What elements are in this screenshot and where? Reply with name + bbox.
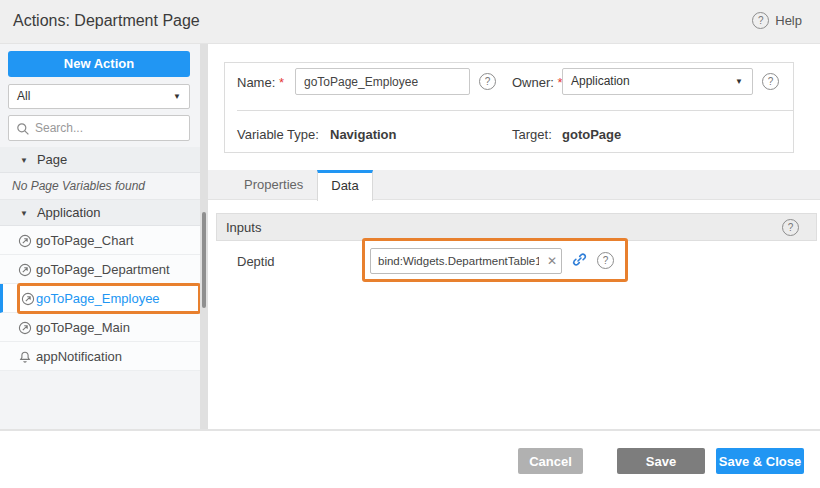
search-input[interactable]: [35, 116, 185, 140]
search-icon: [16, 122, 30, 136]
save-close-button[interactable]: Save & Close: [716, 448, 804, 474]
target-value: gotoPage: [562, 127, 621, 142]
footer: Cancel Save Save & Close: [0, 431, 820, 488]
section-label: Application: [37, 205, 101, 220]
deptid-label: Deptid: [237, 254, 275, 269]
navigation-icon: [18, 234, 32, 248]
variables-sidebar: New Action All ▼ ▼Page No Page Variables…: [0, 44, 200, 430]
deptid-help-icon[interactable]: ?: [597, 252, 614, 269]
item-label: goToPage_Employee: [36, 284, 160, 313]
navigation-icon: [18, 321, 32, 335]
help-label: Help: [775, 13, 802, 28]
name-input[interactable]: [295, 68, 470, 95]
tab-bar: Properties Data: [208, 170, 820, 200]
filter-dropdown[interactable]: All ▼: [8, 84, 190, 109]
chevron-down-icon: ▼: [173, 85, 181, 108]
bind-link-icon: [571, 251, 588, 268]
caret-down-icon: ▼: [20, 148, 28, 174]
deptid-bind-field: ✕: [370, 248, 562, 274]
owner-help-icon[interactable]: ?: [762, 73, 779, 90]
inputs-title: Inputs: [226, 220, 261, 235]
sidebar-item-gotopage-employee[interactable]: goToPage_Employee: [0, 284, 200, 313]
empty-message: No Page Variables found: [0, 173, 200, 200]
dialog-header: Actions: Department Page ? Help: [0, 0, 820, 44]
variable-type-value: Navigation: [330, 127, 396, 142]
variable-type-label: Variable Type:: [237, 127, 319, 142]
owner-value: Application: [571, 74, 630, 88]
owner-dropdown[interactable]: Application ▼: [562, 68, 753, 95]
actions-dialog: Actions: Department Page ? Help New Acti…: [0, 0, 820, 488]
sidebar-item-gotopage-chart[interactable]: goToPage_Chart: [0, 226, 200, 255]
page-title: Actions: Department Page: [13, 12, 200, 30]
sidebar-item-gotopage-main[interactable]: goToPage_Main: [0, 313, 200, 342]
required-asterisk: *: [279, 75, 284, 90]
new-action-button[interactable]: New Action: [8, 51, 190, 77]
caret-down-icon: ▼: [20, 201, 28, 227]
item-label: goToPage_Main: [36, 313, 130, 342]
help-button[interactable]: ? Help: [752, 12, 802, 29]
item-label: goToPage_Department: [36, 255, 170, 284]
bind-link-button[interactable]: [571, 251, 588, 272]
navigation-icon: [18, 263, 32, 277]
cancel-button[interactable]: Cancel: [518, 448, 583, 474]
help-icon: ?: [752, 12, 769, 29]
target-label: Target:: [512, 127, 552, 142]
chevron-down-icon: ▼: [735, 69, 743, 94]
tree-section-application[interactable]: ▼Application: [0, 200, 200, 226]
inputs-help-icon[interactable]: ?: [782, 219, 799, 236]
item-label: goToPage_Chart: [36, 226, 134, 255]
deptid-bind-input[interactable]: [370, 248, 562, 274]
owner-label: Owner: *: [512, 75, 563, 90]
save-button[interactable]: Save: [617, 448, 705, 474]
sidebar-scrollbar-thumb[interactable]: [202, 212, 206, 308]
tab-properties[interactable]: Properties: [230, 170, 317, 200]
navigation-icon: [21, 292, 35, 306]
search-box: [8, 115, 190, 141]
sidebar-item-appnotification[interactable]: appNotification: [0, 342, 200, 371]
inputs-section-header: Inputs ?: [216, 213, 817, 241]
clear-icon[interactable]: ✕: [547, 253, 557, 269]
sidebar-item-gotopage-department[interactable]: goToPage_Department: [0, 255, 200, 284]
section-label: Page: [37, 152, 67, 167]
notification-icon: [18, 350, 32, 364]
variables-tree: ▼Page No Page Variables found ▼Applicati…: [0, 147, 200, 371]
filter-value: All: [17, 89, 30, 103]
item-label: appNotification: [36, 342, 122, 371]
tab-data[interactable]: Data: [317, 170, 372, 201]
name-label: Name: *: [237, 75, 284, 90]
name-help-icon[interactable]: ?: [479, 73, 496, 90]
tree-section-page[interactable]: ▼Page: [0, 147, 200, 173]
panel-divider: [237, 110, 793, 111]
